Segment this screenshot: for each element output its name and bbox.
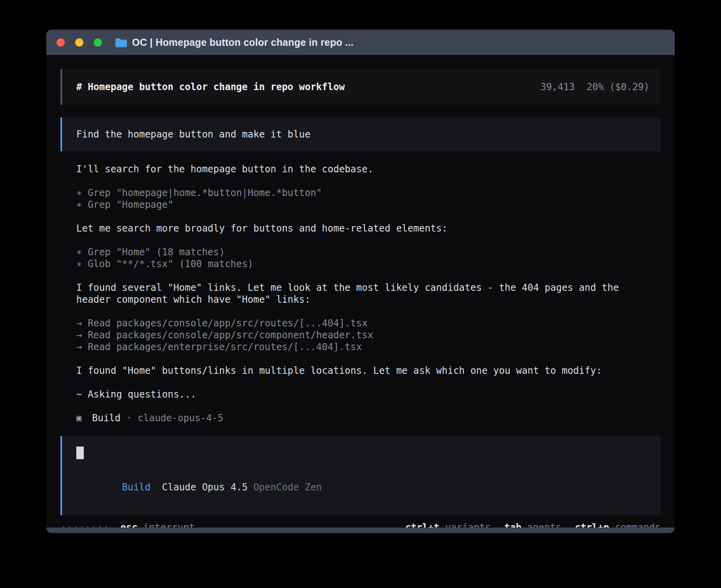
session-title: # Homepage button color change in repo w… [76, 81, 345, 92]
agent-icon: ▣ [76, 412, 81, 424]
traffic-lights [57, 38, 102, 47]
tool-call: ∗Glob "**/*.tsx" (100 matches) [76, 258, 661, 270]
tool-call-group: ∗Grep "Home" (18 matches) ∗Glob "**/*.ts… [76, 246, 661, 270]
assistant-paragraph: I found several "Home" links. Let me loo… [76, 282, 661, 305]
tool-bullet-icon: ∗ [76, 247, 82, 258]
read-call: →Read packages/console/app/src/component… [76, 329, 661, 341]
shortcut-variants: ctrl+t variants [405, 522, 491, 528]
read-arrow-icon: → [76, 330, 82, 341]
read-arrow-icon: → [76, 318, 82, 329]
folder-icon [115, 38, 127, 47]
session-header: # Homepage button color change in repo w… [60, 69, 661, 105]
token-count: 39,413 [540, 81, 575, 92]
user-message-text: Find the homepage button and make it blu… [76, 129, 310, 140]
read-call: →Read packages/enterprise/src/routes/[..… [76, 341, 661, 353]
tool-call: ∗Grep "Homepage" [76, 199, 661, 211]
window-titlebar[interactable]: OC | Homepage button color change in rep… [46, 30, 675, 55]
status-footer: ········ esc interrupt ctrl+t variants t… [60, 522, 661, 528]
tool-bullet-icon: ∗ [76, 187, 82, 198]
tool-bullet-icon: ∗ [76, 199, 82, 210]
interrupt-hint: esc interrupt [121, 522, 195, 528]
agent-status-line: ▣ Build · claude-opus-4-5 [76, 412, 661, 424]
mode-badge: Build [122, 482, 151, 493]
spinner-dots-icon: ········ [60, 522, 109, 528]
terminal-window: OC | Homepage button color change in rep… [46, 30, 675, 533]
assistant-text: Let me search more broadly for buttons a… [76, 222, 661, 234]
read-call-group: →Read packages/console/app/src/routes/[.… [76, 317, 661, 353]
provider-name: OpenCode Zen [253, 482, 322, 493]
read-arrow-icon: → [76, 341, 82, 352]
agent-model: claude-opus-4-5 [138, 412, 223, 424]
user-message: Find the homepage button and make it blu… [60, 117, 661, 151]
tool-bullet-icon: ∗ [76, 258, 82, 270]
tool-call: ∗Grep "Home" (18 matches) [76, 246, 661, 258]
context-cost: 20% ($0.29) [587, 81, 649, 92]
model-name: Claude Opus 4.5 [162, 482, 248, 493]
working-status: ~ Asking questions... [76, 388, 661, 400]
tool-call-group: ∗Grep "homepage|home.*button|Home.*butto… [76, 187, 661, 211]
assistant-transcript: I'll search for the homepage button in t… [76, 163, 661, 424]
close-button[interactable] [57, 38, 65, 47]
read-call: →Read packages/console/app/src/routes/[.… [76, 317, 661, 329]
shortcut-commands: ctrl+p commands [575, 522, 661, 528]
zoom-button[interactable] [94, 38, 102, 47]
tool-call: ∗Grep "homepage|home.*button|Home.*butto… [76, 187, 661, 199]
assistant-text: I'll search for the homepage button in t… [76, 163, 661, 175]
window-title: OC | Homepage button color change in rep… [132, 37, 353, 48]
input-status-bar: BuildClaude Opus 4.5OpenCode Zen [76, 469, 646, 505]
terminal-cursor [76, 447, 84, 459]
shortcut-agents: tab agents [504, 522, 562, 528]
agent-name: Build [92, 412, 121, 424]
minimize-button[interactable] [75, 38, 83, 47]
prompt-input-area[interactable]: BuildClaude Opus 4.5OpenCode Zen [60, 436, 661, 515]
terminal-content: # Homepage button color change in repo w… [46, 55, 675, 528]
assistant-text: I found "Home" buttons/links in multiple… [76, 365, 661, 377]
